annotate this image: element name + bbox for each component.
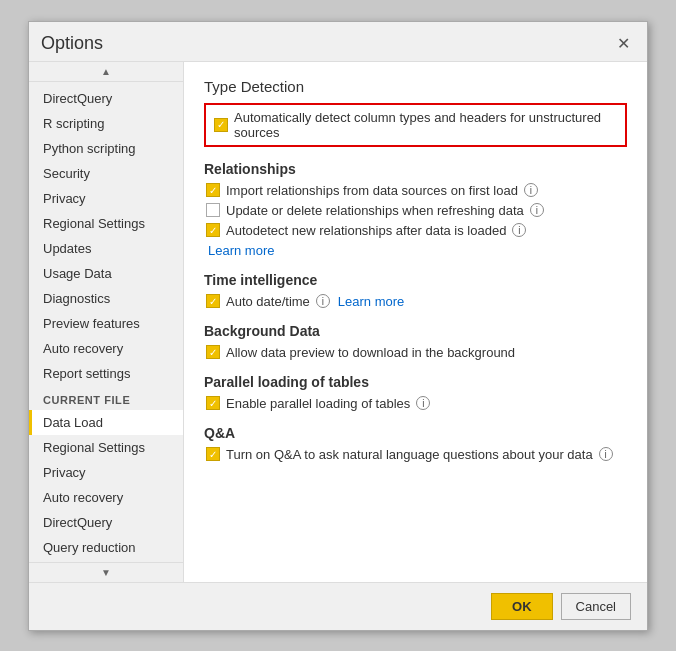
dialog-footer: OK Cancel xyxy=(29,582,647,630)
time-intelligence-checkbox1[interactable]: ✓ xyxy=(206,294,220,308)
parallel-loading-info-icon[interactable]: i xyxy=(416,396,430,410)
sidebar-item-updates[interactable]: Updates xyxy=(29,236,183,261)
time-intelligence-option1-row: ✓ Auto date/time i Learn more xyxy=(204,294,627,309)
sidebar-item-data-load[interactable]: Data Load xyxy=(29,410,183,435)
main-content: Type Detection ✓ Automatically detect co… xyxy=(184,62,647,582)
sidebar-item-report-settings[interactable]: Report settings xyxy=(29,361,183,386)
relationships-info1-icon[interactable]: i xyxy=(524,183,538,197)
sidebar-item-regional-settings[interactable]: Regional Settings xyxy=(29,211,183,236)
background-data-title: Background Data xyxy=(204,323,627,339)
background-data-option1-label: Allow data preview to download in the ba… xyxy=(226,345,515,360)
options-dialog: Options ✕ ▲ DirectQuery R scripting Pyth… xyxy=(28,21,648,631)
type-detection-highlighted: ✓ Automatically detect column types and … xyxy=(204,103,627,147)
close-button[interactable]: ✕ xyxy=(612,32,635,55)
relationships-option2-label: Update or delete relationships when refr… xyxy=(226,203,524,218)
background-data-checkbox1[interactable]: ✓ xyxy=(206,345,220,359)
sidebar-item-privacy-cf[interactable]: Privacy xyxy=(29,460,183,485)
relationships-option2-row: Update or delete relationships when refr… xyxy=(204,203,627,218)
background-data-option1-row: ✓ Allow data preview to download in the … xyxy=(204,345,627,360)
time-intelligence-title: Time intelligence xyxy=(204,272,627,288)
qa-info-icon[interactable]: i xyxy=(599,447,613,461)
cancel-button[interactable]: Cancel xyxy=(561,593,631,620)
sidebar-item-auto-recovery[interactable]: Auto recovery xyxy=(29,336,183,361)
sidebar-item-directquery-cf[interactable]: DirectQuery xyxy=(29,510,183,535)
dialog-title: Options xyxy=(41,33,103,54)
type-detection-section: Type Detection ✓ Automatically detect co… xyxy=(204,78,627,147)
qa-title: Q&A xyxy=(204,425,627,441)
sidebar-item-usage-data[interactable]: Usage Data xyxy=(29,261,183,286)
relationships-title: Relationships xyxy=(204,161,627,177)
parallel-loading-section: Parallel loading of tables ✓ Enable para… xyxy=(204,374,627,411)
sidebar-item-query-reduction[interactable]: Query reduction xyxy=(29,535,183,560)
relationships-option3-row: ✓ Autodetect new relationships after dat… xyxy=(204,223,627,238)
time-intelligence-section: Time intelligence ✓ Auto date/time i Lea… xyxy=(204,272,627,309)
qa-option1-row: ✓ Turn on Q&A to ask natural language qu… xyxy=(204,447,627,462)
time-intelligence-info-icon[interactable]: i xyxy=(316,294,330,308)
sidebar-item-python-scripting[interactable]: Python scripting xyxy=(29,136,183,161)
relationships-info3-icon[interactable]: i xyxy=(512,223,526,237)
parallel-loading-option1-row: ✓ Enable parallel loading of tables i xyxy=(204,396,627,411)
dialog-body: ▲ DirectQuery R scripting Python scripti… xyxy=(29,61,647,582)
type-detection-title: Type Detection xyxy=(204,78,627,95)
relationships-option1-label: Import relationships from data sources o… xyxy=(226,183,518,198)
relationships-info2-icon[interactable]: i xyxy=(530,203,544,217)
sidebar-item-preview-features[interactable]: Preview features xyxy=(29,311,183,336)
scroll-down-button[interactable]: ▼ xyxy=(29,562,183,582)
qa-option1-label: Turn on Q&A to ask natural language ques… xyxy=(226,447,593,462)
parallel-loading-title: Parallel loading of tables xyxy=(204,374,627,390)
sidebar-item-diagnostics[interactable]: Diagnostics xyxy=(29,286,183,311)
relationships-section: Relationships ✓ Import relationships fro… xyxy=(204,161,627,258)
relationships-learn-more[interactable]: Learn more xyxy=(208,243,274,258)
dialog-titlebar: Options ✕ xyxy=(29,22,647,61)
sidebar-item-security[interactable]: Security xyxy=(29,161,183,186)
background-data-section: Background Data ✓ Allow data preview to … xyxy=(204,323,627,360)
relationships-checkbox2[interactable] xyxy=(206,203,220,217)
qa-section: Q&A ✓ Turn on Q&A to ask natural languag… xyxy=(204,425,627,462)
time-intelligence-option1-label: Auto date/time xyxy=(226,294,310,309)
sidebar-item-directquery[interactable]: DirectQuery xyxy=(29,86,183,111)
relationships-option3-label: Autodetect new relationships after data … xyxy=(226,223,506,238)
sidebar-item-privacy[interactable]: Privacy xyxy=(29,186,183,211)
relationships-checkbox3[interactable]: ✓ xyxy=(206,223,220,237)
sidebar-item-regional-settings-cf[interactable]: Regional Settings xyxy=(29,435,183,460)
ok-button[interactable]: OK xyxy=(491,593,553,620)
sidebar: ▲ DirectQuery R scripting Python scripti… xyxy=(29,62,184,582)
scroll-up-button[interactable]: ▲ xyxy=(29,62,183,82)
qa-checkbox1[interactable]: ✓ xyxy=(206,447,220,461)
auto-detect-label: Automatically detect column types and he… xyxy=(234,110,617,140)
time-intelligence-learn-more[interactable]: Learn more xyxy=(338,294,404,309)
parallel-loading-checkbox1[interactable]: ✓ xyxy=(206,396,220,410)
sidebar-item-auto-recovery-cf[interactable]: Auto recovery xyxy=(29,485,183,510)
sidebar-item-r-scripting[interactable]: R scripting xyxy=(29,111,183,136)
parallel-loading-option1-label: Enable parallel loading of tables xyxy=(226,396,410,411)
relationships-option1-row: ✓ Import relationships from data sources… xyxy=(204,183,627,198)
auto-detect-checkbox[interactable]: ✓ xyxy=(214,118,228,132)
sidebar-scroll: DirectQuery R scripting Python scripting… xyxy=(29,82,183,562)
current-file-header: CURRENT FILE xyxy=(29,386,183,410)
relationships-checkbox1[interactable]: ✓ xyxy=(206,183,220,197)
